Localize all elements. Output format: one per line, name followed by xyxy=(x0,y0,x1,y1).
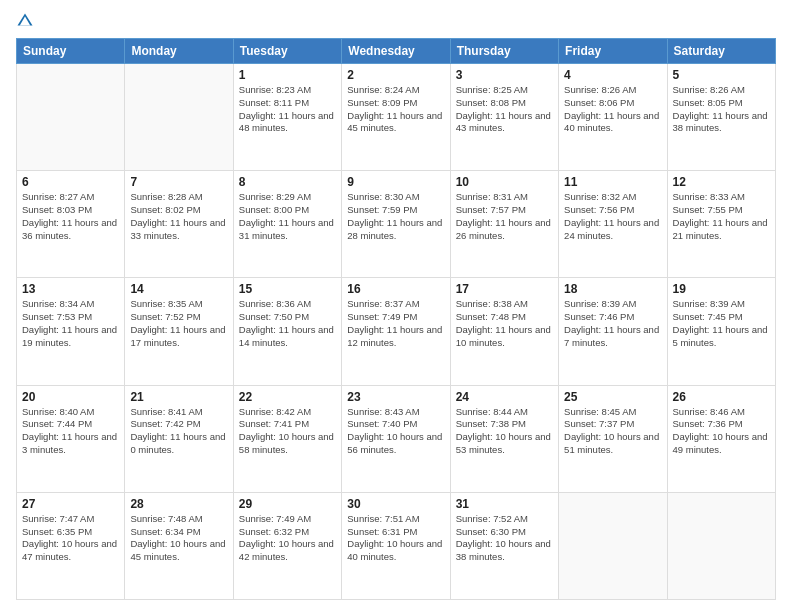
calendar-cell: 14Sunrise: 8:35 AM Sunset: 7:52 PM Dayli… xyxy=(125,278,233,385)
calendar-cell: 28Sunrise: 7:48 AM Sunset: 6:34 PM Dayli… xyxy=(125,492,233,599)
calendar-cell: 15Sunrise: 8:36 AM Sunset: 7:50 PM Dayli… xyxy=(233,278,341,385)
day-info: Sunrise: 8:39 AM Sunset: 7:45 PM Dayligh… xyxy=(673,298,770,349)
day-number: 4 xyxy=(564,68,661,82)
calendar-week-4: 20Sunrise: 8:40 AM Sunset: 7:44 PM Dayli… xyxy=(17,385,776,492)
calendar-cell: 11Sunrise: 8:32 AM Sunset: 7:56 PM Dayli… xyxy=(559,171,667,278)
day-info: Sunrise: 7:51 AM Sunset: 6:31 PM Dayligh… xyxy=(347,513,444,564)
day-info: Sunrise: 8:24 AM Sunset: 8:09 PM Dayligh… xyxy=(347,84,444,135)
day-number: 31 xyxy=(456,497,553,511)
day-number: 26 xyxy=(673,390,770,404)
day-info: Sunrise: 8:41 AM Sunset: 7:42 PM Dayligh… xyxy=(130,406,227,457)
day-number: 13 xyxy=(22,282,119,296)
day-number: 2 xyxy=(347,68,444,82)
calendar-cell: 23Sunrise: 8:43 AM Sunset: 7:40 PM Dayli… xyxy=(342,385,450,492)
day-number: 24 xyxy=(456,390,553,404)
page-header xyxy=(16,12,776,30)
column-header-friday: Friday xyxy=(559,39,667,64)
calendar-cell: 26Sunrise: 8:46 AM Sunset: 7:36 PM Dayli… xyxy=(667,385,775,492)
column-header-sunday: Sunday xyxy=(17,39,125,64)
day-number: 11 xyxy=(564,175,661,189)
day-number: 5 xyxy=(673,68,770,82)
day-number: 22 xyxy=(239,390,336,404)
logo xyxy=(16,12,36,30)
day-info: Sunrise: 8:23 AM Sunset: 8:11 PM Dayligh… xyxy=(239,84,336,135)
calendar-cell: 22Sunrise: 8:42 AM Sunset: 7:41 PM Dayli… xyxy=(233,385,341,492)
day-number: 7 xyxy=(130,175,227,189)
calendar-cell: 12Sunrise: 8:33 AM Sunset: 7:55 PM Dayli… xyxy=(667,171,775,278)
calendar-cell xyxy=(125,64,233,171)
day-info: Sunrise: 7:52 AM Sunset: 6:30 PM Dayligh… xyxy=(456,513,553,564)
column-header-saturday: Saturday xyxy=(667,39,775,64)
calendar-cell: 21Sunrise: 8:41 AM Sunset: 7:42 PM Dayli… xyxy=(125,385,233,492)
day-number: 18 xyxy=(564,282,661,296)
calendar-cell xyxy=(559,492,667,599)
day-number: 21 xyxy=(130,390,227,404)
day-info: Sunrise: 8:46 AM Sunset: 7:36 PM Dayligh… xyxy=(673,406,770,457)
calendar-cell: 25Sunrise: 8:45 AM Sunset: 7:37 PM Dayli… xyxy=(559,385,667,492)
day-number: 3 xyxy=(456,68,553,82)
day-number: 1 xyxy=(239,68,336,82)
calendar-week-1: 1Sunrise: 8:23 AM Sunset: 8:11 PM Daylig… xyxy=(17,64,776,171)
column-header-thursday: Thursday xyxy=(450,39,558,64)
day-info: Sunrise: 8:27 AM Sunset: 8:03 PM Dayligh… xyxy=(22,191,119,242)
calendar-cell: 19Sunrise: 8:39 AM Sunset: 7:45 PM Dayli… xyxy=(667,278,775,385)
day-number: 15 xyxy=(239,282,336,296)
day-info: Sunrise: 7:47 AM Sunset: 6:35 PM Dayligh… xyxy=(22,513,119,564)
calendar-cell: 20Sunrise: 8:40 AM Sunset: 7:44 PM Dayli… xyxy=(17,385,125,492)
day-number: 30 xyxy=(347,497,444,511)
day-number: 12 xyxy=(673,175,770,189)
column-header-monday: Monday xyxy=(125,39,233,64)
day-number: 6 xyxy=(22,175,119,189)
day-info: Sunrise: 8:35 AM Sunset: 7:52 PM Dayligh… xyxy=(130,298,227,349)
day-info: Sunrise: 8:33 AM Sunset: 7:55 PM Dayligh… xyxy=(673,191,770,242)
day-info: Sunrise: 8:31 AM Sunset: 7:57 PM Dayligh… xyxy=(456,191,553,242)
day-number: 28 xyxy=(130,497,227,511)
calendar-cell: 24Sunrise: 8:44 AM Sunset: 7:38 PM Dayli… xyxy=(450,385,558,492)
day-info: Sunrise: 8:30 AM Sunset: 7:59 PM Dayligh… xyxy=(347,191,444,242)
day-info: Sunrise: 7:49 AM Sunset: 6:32 PM Dayligh… xyxy=(239,513,336,564)
day-number: 19 xyxy=(673,282,770,296)
day-info: Sunrise: 8:29 AM Sunset: 8:00 PM Dayligh… xyxy=(239,191,336,242)
day-number: 16 xyxy=(347,282,444,296)
day-info: Sunrise: 8:40 AM Sunset: 7:44 PM Dayligh… xyxy=(22,406,119,457)
day-info: Sunrise: 8:38 AM Sunset: 7:48 PM Dayligh… xyxy=(456,298,553,349)
day-number: 29 xyxy=(239,497,336,511)
calendar-cell: 30Sunrise: 7:51 AM Sunset: 6:31 PM Dayli… xyxy=(342,492,450,599)
calendar-table: SundayMondayTuesdayWednesdayThursdayFrid… xyxy=(16,38,776,600)
day-number: 10 xyxy=(456,175,553,189)
day-info: Sunrise: 8:43 AM Sunset: 7:40 PM Dayligh… xyxy=(347,406,444,457)
day-info: Sunrise: 8:26 AM Sunset: 8:05 PM Dayligh… xyxy=(673,84,770,135)
calendar-cell: 31Sunrise: 7:52 AM Sunset: 6:30 PM Dayli… xyxy=(450,492,558,599)
day-number: 23 xyxy=(347,390,444,404)
calendar-cell: 17Sunrise: 8:38 AM Sunset: 7:48 PM Dayli… xyxy=(450,278,558,385)
calendar-cell: 10Sunrise: 8:31 AM Sunset: 7:57 PM Dayli… xyxy=(450,171,558,278)
day-number: 20 xyxy=(22,390,119,404)
column-header-tuesday: Tuesday xyxy=(233,39,341,64)
calendar-week-5: 27Sunrise: 7:47 AM Sunset: 6:35 PM Dayli… xyxy=(17,492,776,599)
calendar-week-2: 6Sunrise: 8:27 AM Sunset: 8:03 PM Daylig… xyxy=(17,171,776,278)
day-info: Sunrise: 8:34 AM Sunset: 7:53 PM Dayligh… xyxy=(22,298,119,349)
calendar-cell xyxy=(17,64,125,171)
calendar-cell: 5Sunrise: 8:26 AM Sunset: 8:05 PM Daylig… xyxy=(667,64,775,171)
calendar-cell: 29Sunrise: 7:49 AM Sunset: 6:32 PM Dayli… xyxy=(233,492,341,599)
calendar-cell: 27Sunrise: 7:47 AM Sunset: 6:35 PM Dayli… xyxy=(17,492,125,599)
calendar-cell: 16Sunrise: 8:37 AM Sunset: 7:49 PM Dayli… xyxy=(342,278,450,385)
calendar-body: 1Sunrise: 8:23 AM Sunset: 8:11 PM Daylig… xyxy=(17,64,776,600)
day-number: 8 xyxy=(239,175,336,189)
calendar-cell: 2Sunrise: 8:24 AM Sunset: 8:09 PM Daylig… xyxy=(342,64,450,171)
day-number: 9 xyxy=(347,175,444,189)
day-info: Sunrise: 7:48 AM Sunset: 6:34 PM Dayligh… xyxy=(130,513,227,564)
calendar-cell: 18Sunrise: 8:39 AM Sunset: 7:46 PM Dayli… xyxy=(559,278,667,385)
logo-icon xyxy=(16,12,34,30)
calendar-cell: 3Sunrise: 8:25 AM Sunset: 8:08 PM Daylig… xyxy=(450,64,558,171)
day-info: Sunrise: 8:26 AM Sunset: 8:06 PM Dayligh… xyxy=(564,84,661,135)
calendar-cell: 9Sunrise: 8:30 AM Sunset: 7:59 PM Daylig… xyxy=(342,171,450,278)
day-number: 17 xyxy=(456,282,553,296)
day-info: Sunrise: 8:36 AM Sunset: 7:50 PM Dayligh… xyxy=(239,298,336,349)
calendar-header-row: SundayMondayTuesdayWednesdayThursdayFrid… xyxy=(17,39,776,64)
day-info: Sunrise: 8:37 AM Sunset: 7:49 PM Dayligh… xyxy=(347,298,444,349)
day-info: Sunrise: 8:39 AM Sunset: 7:46 PM Dayligh… xyxy=(564,298,661,349)
calendar-cell: 7Sunrise: 8:28 AM Sunset: 8:02 PM Daylig… xyxy=(125,171,233,278)
day-info: Sunrise: 8:45 AM Sunset: 7:37 PM Dayligh… xyxy=(564,406,661,457)
day-number: 27 xyxy=(22,497,119,511)
